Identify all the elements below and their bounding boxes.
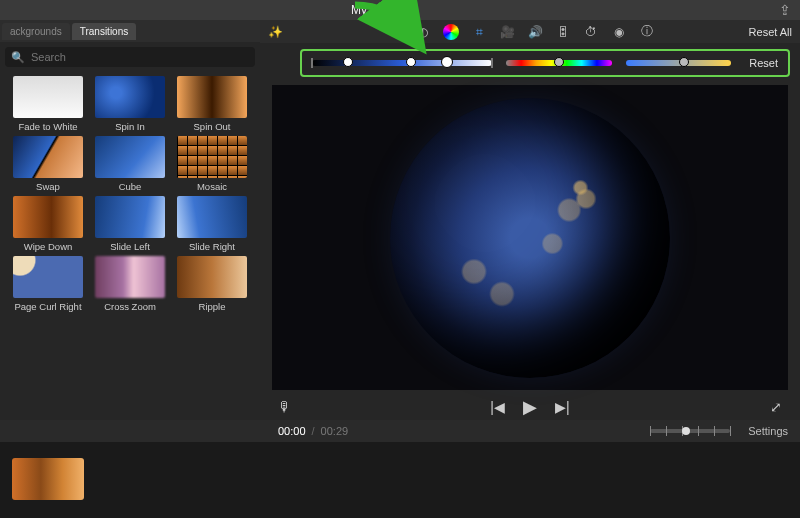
prev-frame-button[interactable]: |◀ bbox=[490, 399, 505, 415]
transition-preview bbox=[95, 256, 165, 298]
transition-label: Cube bbox=[95, 178, 165, 192]
play-button[interactable]: ▶ bbox=[523, 396, 537, 418]
transition-label: Ripple bbox=[177, 298, 247, 312]
magic-wand-icon[interactable]: ✨ bbox=[268, 25, 283, 39]
transition-thumb[interactable]: Slide Left bbox=[95, 196, 165, 252]
reset-all-button[interactable]: Reset All bbox=[749, 26, 792, 38]
transition-thumb[interactable]: Spin In bbox=[95, 76, 165, 132]
color-correction-sliders: Reset bbox=[300, 49, 790, 77]
color-wheel-icon[interactable] bbox=[443, 24, 459, 40]
preview-pane: ✨ ◐ ⌗ 🎥 🔊 🎛 ⏱ ◉ ⓘ Reset All bbox=[260, 20, 800, 420]
transition-thumb[interactable]: Wipe Down bbox=[13, 196, 83, 252]
transition-thumb[interactable]: Mosaic bbox=[177, 136, 247, 192]
transition-label: Swap bbox=[13, 178, 83, 192]
temperature-slider[interactable] bbox=[626, 60, 732, 66]
transition-label: Slide Right bbox=[177, 238, 247, 252]
transition-label: Wipe Down bbox=[13, 238, 83, 252]
transition-preview bbox=[177, 136, 247, 178]
titlebar: My Movie 21 ⇪ bbox=[0, 0, 800, 20]
exposure-slider[interactable] bbox=[312, 60, 492, 66]
preview-frame-earth bbox=[390, 98, 670, 378]
transition-preview bbox=[95, 136, 165, 178]
transition-preview bbox=[13, 136, 83, 178]
transition-thumb[interactable]: Spin Out bbox=[177, 76, 247, 132]
transition-label: Cross Zoom bbox=[95, 298, 165, 312]
transitions-gallery: Fade to WhiteSpin InSpin OutSwapCubeMosa… bbox=[0, 72, 260, 420]
voiceover-icon[interactable]: 🎙 bbox=[278, 399, 292, 415]
transition-preview bbox=[95, 76, 165, 118]
search-icon: 🔍 bbox=[11, 51, 25, 64]
timeline[interactable] bbox=[0, 442, 800, 518]
timeline-settings-button[interactable]: Settings bbox=[748, 425, 788, 437]
stabilize-icon[interactable]: 🎥 bbox=[499, 24, 515, 40]
saturation-slider[interactable] bbox=[506, 60, 612, 66]
transition-thumb[interactable]: Swap bbox=[13, 136, 83, 192]
transition-label: Page Curl Right bbox=[13, 298, 83, 312]
transition-thumb[interactable]: Fade to White bbox=[13, 76, 83, 132]
timeline-zoom-slider[interactable] bbox=[650, 429, 730, 433]
next-frame-button[interactable]: ▶| bbox=[555, 399, 570, 415]
speed-icon[interactable]: ⏱ bbox=[583, 24, 599, 40]
filter-icon[interactable]: ◉ bbox=[611, 24, 627, 40]
search-input[interactable] bbox=[31, 51, 249, 63]
transition-preview bbox=[177, 256, 247, 298]
browser-sidebar: ackgrounds Transitions 🔍 Fade to WhiteSp… bbox=[0, 20, 260, 420]
duration-time: 00:29 bbox=[321, 425, 349, 437]
tab-transitions[interactable]: Transitions bbox=[72, 23, 137, 40]
transition-label: Slide Left bbox=[95, 238, 165, 252]
transition-label: Fade to White bbox=[13, 118, 83, 132]
adjustment-toolbar: ✨ ◐ ⌗ 🎥 🔊 🎛 ⏱ ◉ ⓘ Reset All bbox=[260, 20, 800, 43]
browser-tabs: ackgrounds Transitions bbox=[0, 20, 260, 42]
transition-thumb[interactable]: Cross Zoom bbox=[95, 256, 165, 312]
share-icon[interactable]: ⇪ bbox=[770, 2, 800, 18]
video-viewport[interactable] bbox=[272, 85, 788, 390]
transition-preview bbox=[177, 196, 247, 238]
volume-icon[interactable]: 🔊 bbox=[527, 24, 543, 40]
noise-icon[interactable]: 🎛 bbox=[555, 24, 571, 40]
transition-thumb[interactable]: Cube bbox=[95, 136, 165, 192]
transition-preview bbox=[13, 196, 83, 238]
transition-thumb[interactable]: Page Curl Right bbox=[13, 256, 83, 312]
timeline-header: 00:00 / 00:29 Settings bbox=[0, 420, 800, 442]
transition-label: Mosaic bbox=[177, 178, 247, 192]
color-balance-icon[interactable]: ◐ bbox=[415, 24, 431, 40]
info-icon[interactable]: ⓘ bbox=[639, 24, 655, 40]
transition-thumb[interactable]: Slide Right bbox=[177, 196, 247, 252]
transition-preview bbox=[177, 76, 247, 118]
transition-preview bbox=[13, 76, 83, 118]
transition-label: Spin In bbox=[95, 118, 165, 132]
project-title: My Movie 21 bbox=[0, 3, 770, 17]
timeline-clip[interactable] bbox=[12, 458, 84, 500]
crop-icon[interactable]: ⌗ bbox=[471, 24, 487, 40]
playback-bar: 🎙 |◀ ▶ ▶| ⤢ bbox=[260, 394, 800, 420]
playhead-time: 00:00 bbox=[278, 425, 306, 437]
transition-preview bbox=[13, 256, 83, 298]
search-field[interactable]: 🔍 bbox=[5, 47, 255, 67]
transition-preview bbox=[95, 196, 165, 238]
transition-label: Spin Out bbox=[177, 118, 247, 132]
transition-thumb[interactable]: Ripple bbox=[177, 256, 247, 312]
fullscreen-icon[interactable]: ⤢ bbox=[770, 399, 782, 415]
tab-backgrounds[interactable]: ackgrounds bbox=[2, 23, 70, 40]
color-correction-reset-button[interactable]: Reset bbox=[749, 57, 778, 69]
